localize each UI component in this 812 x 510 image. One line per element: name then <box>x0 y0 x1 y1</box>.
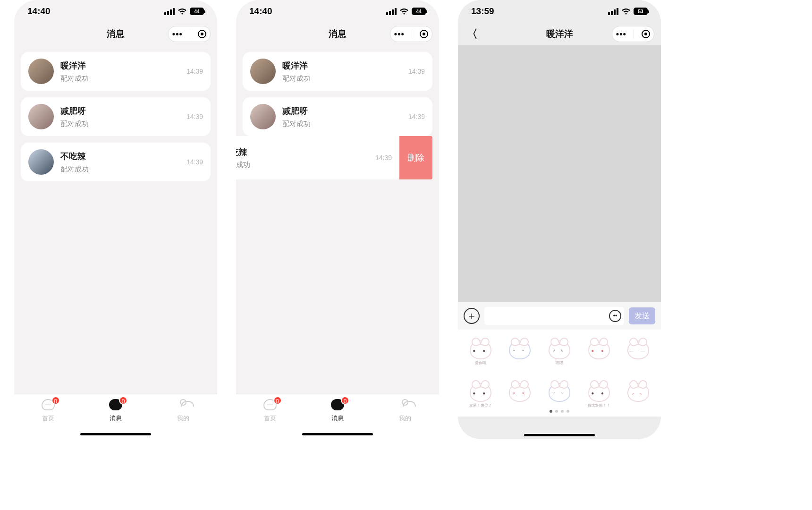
status-time: 14:40 <box>27 6 51 17</box>
conversation-name: 暖洋洋 <box>60 60 180 71</box>
nav-home[interactable]: 首页 0 <box>249 399 291 423</box>
title-bar: 消息 ••• <box>14 23 217 45</box>
wifi-icon <box>399 8 409 15</box>
avatar <box>28 59 54 84</box>
chat-input-bar: ＋ •• 发送 <box>458 302 661 330</box>
conversation-time: 14:39 <box>186 113 203 120</box>
delete-button[interactable]: 删除 <box>399 136 432 179</box>
conversation-time: 14:39 <box>408 113 425 120</box>
page-title: 消息 <box>107 28 125 40</box>
back-button[interactable]: 〈 <box>466 26 478 42</box>
miniapp-capsule[interactable]: ••• <box>168 26 211 42</box>
sticker-item[interactable]: ᵕ ᵕ <box>546 383 573 409</box>
bottom-nav: 首页 0 消息 0 我的 <box>236 394 439 439</box>
screen-message-list-swipe: 14:40 44 消息 ••• 暖洋洋 配对成功 14:39 <box>236 0 439 439</box>
sticker-item[interactable]: — — <box>625 340 651 367</box>
more-icon[interactable]: ••• <box>616 29 626 39</box>
status-icons: 44 <box>386 8 426 15</box>
nav-label: 首页 <box>264 415 276 422</box>
nav-home[interactable]: 首页 0 <box>27 399 69 423</box>
sticker-panel: ● ●爱你哦 ᵕ ᵕ ＾＾嘿嘿 ● ● — — ● ●发呆！像你了 > < ᵕ … <box>458 330 661 416</box>
sticker-pagination[interactable] <box>458 410 661 413</box>
sticker-item[interactable]: ᵕ ᵕ <box>507 340 533 367</box>
nav-label: 首页 <box>42 415 54 422</box>
send-button[interactable]: 发送 <box>629 307 655 324</box>
conversation-preview: 配对成功 <box>282 119 402 128</box>
bottom-nav: 首页 0 消息 0 我的 <box>14 394 217 439</box>
chat-messages-area[interactable] <box>458 45 661 302</box>
conversation-preview: 配对成功 <box>60 165 180 174</box>
avatar <box>28 149 54 175</box>
status-time: 14:40 <box>249 6 272 17</box>
screen-chat-detail: 13:59 53 〈 暖洋洋 ••• ＋ •• 发送 ● ●爱你哦 ᵕ <box>458 0 661 439</box>
more-icon[interactable]: ••• <box>394 29 405 39</box>
avatar <box>28 104 54 129</box>
status-icons: 53 <box>608 8 648 15</box>
nav-label: 消息 <box>331 415 344 422</box>
battery-icon: 44 <box>190 8 204 15</box>
miniapp-capsule[interactable]: ••• <box>612 26 654 42</box>
battery-icon: 44 <box>412 8 426 15</box>
sticker-item[interactable]: ● ●你太坏啦！！ <box>586 383 612 409</box>
page-title: 消息 <box>329 28 347 40</box>
more-icon[interactable]: ••• <box>172 29 183 39</box>
sticker-item[interactable]: ● ●爱你哦 <box>467 340 494 367</box>
conversation-item[interactable]: 不吃辣 配对成功 14:39 <box>236 136 399 179</box>
screen-message-list: 14:40 44 消息 ••• 暖洋洋 配对成功 14:39 <box>14 0 217 439</box>
message-list: 暖洋洋 配对成功 14:39 减肥呀 配对成功 14:39 <box>236 45 439 136</box>
wifi-icon <box>621 8 631 15</box>
nav-mine[interactable]: 我的 <box>384 399 426 423</box>
close-icon[interactable] <box>198 30 206 38</box>
nav-badge: 0 <box>51 396 60 405</box>
close-icon[interactable] <box>642 30 650 38</box>
chat-input[interactable] <box>484 307 624 325</box>
status-icons: 44 <box>164 8 204 15</box>
conversation-time: 14:39 <box>186 158 203 166</box>
sticker-item[interactable]: ● ● <box>586 340 612 367</box>
nav-badge: 0 <box>119 396 127 405</box>
conversation-item[interactable]: 不吃辣 配对成功 14:39 <box>21 143 211 181</box>
nav-messages[interactable]: 消息 0 <box>316 399 359 423</box>
wifi-icon <box>178 8 187 15</box>
attach-button[interactable]: ＋ <box>464 308 480 324</box>
conversation-preview: 配对成功 <box>236 161 369 170</box>
status-bar: 14:40 44 <box>236 0 439 23</box>
signal-icon <box>608 8 618 15</box>
conversation-item[interactable]: 暖洋洋 配对成功 14:39 <box>243 52 432 91</box>
home-indicator[interactable] <box>80 433 151 435</box>
sticker-item[interactable]: > < <box>507 383 533 409</box>
nav-badge: 0 <box>273 396 282 405</box>
sticker-item[interactable]: ＞＜ <box>625 383 651 409</box>
conversation-name: 不吃辣 <box>60 151 180 162</box>
status-bar: 14:40 44 <box>14 0 217 23</box>
sticker-item[interactable]: ＾＾嘿嘿 <box>546 340 573 367</box>
battery-icon: 53 <box>634 8 648 15</box>
conversation-name: 减肥呀 <box>282 105 402 117</box>
nav-mine[interactable]: 我的 <box>162 399 204 423</box>
conversation-item[interactable]: 减肥呀 配对成功 14:39 <box>243 97 432 136</box>
conversation-time: 14:39 <box>408 68 425 75</box>
avatar <box>250 59 276 84</box>
sticker-item[interactable]: ● ●发呆！像你了 <box>467 383 494 409</box>
person-icon <box>402 399 408 406</box>
status-time: 13:59 <box>471 6 494 17</box>
conversation-preview: 配对成功 <box>282 74 402 83</box>
conversation-name: 减肥呀 <box>60 105 180 117</box>
nav-messages[interactable]: 消息 0 <box>94 399 137 423</box>
person-icon <box>180 399 186 406</box>
close-icon[interactable] <box>420 30 428 38</box>
nav-label: 我的 <box>177 415 189 422</box>
emoji-button[interactable]: •• <box>609 310 621 322</box>
signal-icon <box>164 8 175 15</box>
nav-badge: 0 <box>341 396 349 405</box>
home-indicator[interactable] <box>302 433 373 435</box>
home-indicator[interactable] <box>524 434 595 436</box>
message-list: 暖洋洋 配对成功 14:39 减肥呀 配对成功 14:39 不吃辣 配对成功 1… <box>14 45 217 188</box>
miniapp-capsule[interactable]: ••• <box>390 26 432 42</box>
status-bar: 13:59 53 <box>458 0 661 23</box>
conversation-item-swiped[interactable]: 删除 不吃辣 配对成功 14:39 <box>243 136 432 179</box>
conversation-item[interactable]: 减肥呀 配对成功 14:39 <box>21 97 211 136</box>
conversation-name: 不吃辣 <box>236 146 369 158</box>
nav-label: 消息 <box>110 415 122 422</box>
conversation-item[interactable]: 暖洋洋 配对成功 14:39 <box>21 52 211 91</box>
